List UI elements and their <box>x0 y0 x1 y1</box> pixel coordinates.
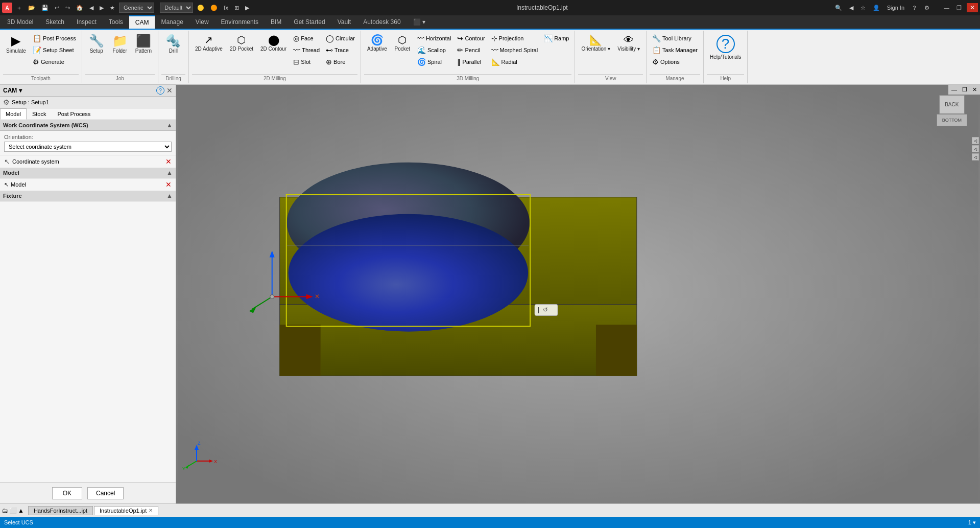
tab-autodesk360[interactable]: Autodesk 360 <box>357 15 407 29</box>
viewcube-back[interactable]: BACK <box>939 95 965 114</box>
morphed-spiral-btn[interactable]: 〰 Morphed Spiral <box>489 44 541 56</box>
tb-fwd[interactable]: ▶ <box>98 4 106 12</box>
drill-btn[interactable]: 🔩 Drill <box>162 33 184 56</box>
tab-environments[interactable]: Environments <box>215 15 265 29</box>
tab-sketch[interactable]: Sketch <box>39 15 70 29</box>
bore-btn[interactable]: ⊕ Bore <box>323 56 357 67</box>
viewcube[interactable]: BACK BOTTOM <box>937 95 967 126</box>
viewport[interactable]: — ❐ ✕ <box>176 85 980 503</box>
adaptive-btn[interactable]: 🌀 Adaptive <box>364 33 390 54</box>
spiral-btn[interactable]: 🌀 Spiral <box>415 56 454 67</box>
star-icon[interactable]: ☆ <box>858 4 868 12</box>
tab-vault[interactable]: Vault <box>331 15 357 29</box>
cam-close-icon[interactable]: ✕ <box>166 86 173 95</box>
display-mode-dropdown[interactable]: Default <box>160 3 193 13</box>
search-icon[interactable]: 🔍 <box>833 4 844 12</box>
viewport-minimize-btn[interactable]: — <box>949 86 959 94</box>
slot-btn[interactable]: ⊟ Slot <box>291 56 322 67</box>
tab-3dmodel[interactable]: 3D Model <box>1 15 39 29</box>
wcs-section-header[interactable]: Work Coordinate System (WCS) ▲ <box>0 120 176 131</box>
tb-save[interactable]: 💾 <box>39 4 51 12</box>
circular-btn[interactable]: ◯ Circular <box>323 33 357 44</box>
orientation-btn[interactable]: 📐 Orientation ▾ <box>578 33 613 54</box>
tb-mark[interactable]: ★ <box>108 4 117 12</box>
tab-view[interactable]: View <box>189 15 215 29</box>
tb-calc[interactable]: ⊞ <box>232 4 241 12</box>
tb-icon1[interactable]: 🟡 <box>195 4 206 12</box>
viewport-restore-btn[interactable]: ❐ <box>960 86 969 94</box>
task-manager-btn[interactable]: 📋 Task Manager <box>650 44 700 56</box>
minimize-btn[interactable]: — <box>942 4 951 12</box>
cam-panel-title[interactable]: CAM ▾ <box>3 87 22 94</box>
2d-contour-btn[interactable]: ⬤ 2D Contour <box>257 33 290 54</box>
2d-adaptive-btn[interactable]: ↗ 2D Adaptive <box>192 33 226 54</box>
ok-button[interactable]: OK <box>52 487 82 499</box>
tab-stock[interactable]: Stock <box>27 108 52 120</box>
scallop-btn[interactable]: 🌊 Scallop <box>415 44 454 56</box>
tab-cam[interactable]: CAM <box>129 15 155 29</box>
tb-redo[interactable]: ↪ <box>63 4 72 12</box>
tab-manage[interactable]: Manage <box>155 15 189 29</box>
vp-btn-3[interactable]: ◁ <box>972 153 979 160</box>
tb-arr[interactable]: ▶ <box>243 4 251 12</box>
tb-new[interactable]: ＋ <box>14 3 24 13</box>
tb-fx[interactable]: fx <box>222 4 230 12</box>
restore-btn[interactable]: ❐ <box>954 4 964 12</box>
2d-pocket-btn[interactable]: ⬡ 2D Pocket <box>227 33 256 54</box>
generate-btn[interactable]: ⚙ Generate <box>30 56 79 67</box>
tab-getstarted[interactable]: Get Started <box>288 15 331 29</box>
viewport-close-btn[interactable]: ✕ <box>970 86 979 94</box>
sign-in-btn[interactable]: Sign In <box>885 4 906 12</box>
tb-icon2[interactable]: 🟠 <box>208 4 220 12</box>
tab-inspect[interactable]: Inspect <box>70 15 103 29</box>
pattern-btn[interactable]: ⬛ Pattern <box>132 33 155 56</box>
tab-up-icon[interactable]: ▲ <box>18 507 24 514</box>
bottom-tab-close-icon[interactable]: ✕ <box>149 508 153 513</box>
simulate-btn[interactable]: ▶ Simulate <box>3 33 29 56</box>
face-btn[interactable]: ◎ Face <box>291 33 322 44</box>
settings-icon[interactable]: ⚙ <box>922 4 931 12</box>
fixture-section-header[interactable]: Fixture ▲ <box>0 191 176 201</box>
close-btn[interactable]: ✕ <box>967 3 978 12</box>
model-remove-btn[interactable]: ✕ <box>165 180 172 189</box>
bottom-tab-hands[interactable]: HandsForInstruct...ipt <box>28 506 93 515</box>
setup-sheet-btn[interactable]: 📝 Setup Sheet <box>30 44 79 56</box>
cancel-button[interactable]: Cancel <box>87 487 124 499</box>
help-tutorials-btn[interactable]: ? Help/Tutorials <box>707 33 744 62</box>
tab-grid-icon[interactable]: ⬜ <box>9 507 17 514</box>
nav-icon[interactable]: ◀ <box>847 4 855 12</box>
tab-tools[interactable]: Tools <box>103 15 129 29</box>
orientation-select[interactable]: Select coordinate system <box>4 142 172 152</box>
pocket-btn[interactable]: ⬡ Pocket <box>391 33 414 54</box>
parallel-btn[interactable]: ∥ Parallel <box>455 56 487 67</box>
cam-help-icon[interactable]: ? <box>156 86 164 95</box>
workspace-dropdown[interactable]: Generic <box>119 3 154 13</box>
visibility-btn[interactable]: 👁 Visibility ▾ <box>614 33 643 54</box>
bottom-tab-instructable[interactable]: InstructableOp1.ipt ✕ <box>94 506 158 515</box>
user-icon[interactable]: 👤 <box>871 4 882 12</box>
folder-btn[interactable]: 📁 Folder <box>109 33 131 56</box>
contour-btn[interactable]: ↪ Contour <box>455 33 487 44</box>
trace-btn[interactable]: ⊷ Trace <box>323 44 357 56</box>
model-section-header[interactable]: Model ▲ <box>0 168 176 178</box>
viewcube-bottom[interactable]: BOTTOM <box>937 114 967 126</box>
tool-library-btn[interactable]: 🔧 Tool Library <box>650 33 700 44</box>
tab-post-process[interactable]: Post Process <box>52 108 96 120</box>
tb-back[interactable]: ◀ <box>87 4 95 12</box>
ramp-btn[interactable]: 📉 Ramp <box>541 33 571 44</box>
vp-btn-2[interactable]: ◁ <box>972 145 979 152</box>
horizontal-btn[interactable]: 〰 Horizontal <box>415 33 454 44</box>
help-menu-icon[interactable]: ？ <box>910 3 919 13</box>
options-btn[interactable]: ⚙ Options <box>650 56 700 67</box>
tab-folder-icon[interactable]: 🗂 <box>2 507 8 514</box>
projection-btn[interactable]: ⊹ Projection <box>489 33 541 44</box>
radial-btn[interactable]: 📐 Radial <box>489 56 541 67</box>
tab-model[interactable]: Model <box>0 108 27 120</box>
tb-home[interactable]: 🏠 <box>74 4 85 12</box>
vp-btn-1[interactable]: ◁ <box>972 137 979 144</box>
tb-open[interactable]: 📂 <box>26 4 37 12</box>
tb-undo[interactable]: ↩ <box>53 4 61 12</box>
pencil-btn[interactable]: ✏ Pencil <box>455 44 487 56</box>
coord-remove-btn[interactable]: ✕ <box>165 157 172 166</box>
tab-bim[interactable]: BIM <box>265 15 288 29</box>
